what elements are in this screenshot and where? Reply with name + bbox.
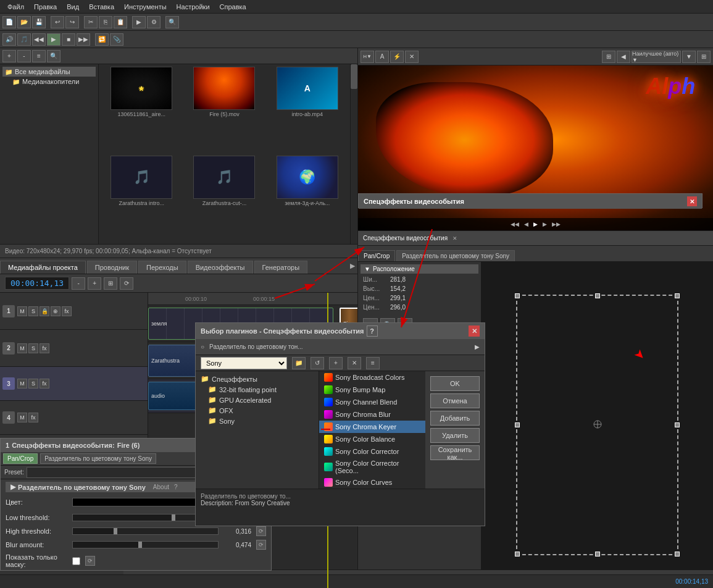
tc-solo-3[interactable]: S — [28, 379, 38, 388]
tb2-4[interactable]: ▶▶ — [77, 33, 90, 46]
prev-tb-6[interactable]: ▼ — [682, 51, 696, 63]
prev-tb-4[interactable]: ⊞ — [602, 51, 615, 63]
tab-scroll-arrow[interactable]: ▶ — [348, 258, 357, 274]
pd-effect-color-corrector-sec[interactable]: Sony Color Corrector (Seco... — [319, 458, 425, 476]
pd-folder-select[interactable]: Sony — [201, 357, 287, 369]
tb2-play[interactable]: ▶ — [47, 33, 60, 46]
tab-transitions[interactable]: Переходы — [138, 261, 186, 274]
effects-tab-pan[interactable]: Pan/Crop — [358, 250, 395, 261]
tc-fx-4[interactable]: fx — [28, 413, 38, 422]
media-thumb-2[interactable]: Fire (5).mov — [184, 67, 264, 153]
pc-handle-tm[interactable] — [595, 293, 600, 298]
pd-folder-btn-5[interactable]: ≡ — [366, 357, 380, 369]
pd-tree-ofx[interactable]: 📁 OFX — [198, 405, 316, 416]
tb-open[interactable]: 📂 — [17, 16, 31, 28]
tb-cut[interactable]: ✂ — [84, 16, 98, 28]
scrollbar-thumb[interactable] — [351, 64, 357, 89]
pc-handle-tr[interactable] — [675, 293, 680, 298]
be-checkbox-mask[interactable] — [72, 557, 80, 565]
menu-tools[interactable]: Инструменты — [119, 2, 172, 12]
pc-handle-tl[interactable] — [515, 293, 520, 298]
tc-mute-3[interactable]: M — [17, 379, 27, 388]
pd-tree-sony[interactable]: 📁 Sony — [198, 416, 316, 426]
tb-render2[interactable]: ⚙ — [147, 16, 161, 28]
prev-tb-7[interactable]: ⊞ — [697, 51, 711, 63]
pd-ok-btn[interactable]: OK — [430, 376, 480, 391]
tc-mute-2[interactable]: M — [17, 343, 27, 353]
pd-close-btn[interactable]: ✕ — [469, 326, 480, 337]
be-reset-blur[interactable]: ⟳ — [256, 540, 266, 550]
tb2-2[interactable]: 🎵 — [17, 33, 31, 46]
pd-cancel-btn[interactable]: Отмена — [430, 393, 480, 408]
tb-render[interactable]: ▶ — [132, 16, 146, 28]
pd-effect-chroma-keyer[interactable]: Sony Chroma Keyer — [319, 421, 425, 433]
tb-new[interactable]: 📄 — [2, 16, 16, 28]
prev-tb-2[interactable]: A — [375, 51, 389, 63]
pc-handle-br[interactable] — [675, 552, 680, 556]
effects-title-close[interactable]: ✕ — [452, 235, 457, 242]
tc-lock-1[interactable]: 🔒 — [40, 306, 49, 316]
be-tab-blend[interactable]: Разделитель по цветовому тону Sony — [40, 453, 156, 464]
pd-effect-color-corrector[interactable]: Sony Color Corrector — [319, 445, 425, 458]
pc-handle-ml[interactable] — [515, 422, 520, 427]
ml-add[interactable]: + — [2, 50, 16, 62]
tl-zoom-in[interactable]: + — [88, 277, 101, 290]
menu-insert[interactable]: Вставка — [84, 2, 119, 12]
tl-zoom-out[interactable]: - — [72, 277, 85, 290]
tc-fx-3[interactable]: fx — [40, 379, 49, 388]
pd-folder-btn-2[interactable]: ↺ — [311, 357, 324, 369]
tb2-1[interactable]: 🔊 — [2, 33, 16, 46]
prev-tb-5[interactable]: ◀ — [617, 51, 630, 63]
ml-view[interactable]: ≡ — [32, 50, 46, 62]
media-thumb-1[interactable]: 🌟 1306511861_aire... — [101, 67, 181, 153]
tc-mute-1[interactable]: M — [17, 306, 27, 316]
pd-tree-special-effects[interactable]: 📁 Спецэффекты — [198, 374, 316, 384]
pc-handle-bl[interactable] — [515, 552, 520, 556]
tb2-stop[interactable]: ■ — [62, 33, 75, 46]
pd-folder-btn-3[interactable]: + — [329, 357, 343, 369]
tree-drives[interactable]: 📁 Медианакопители — [2, 77, 96, 86]
ml-remove[interactable]: - — [17, 50, 31, 62]
tab-explorer[interactable]: Проводник — [87, 261, 137, 274]
pd-folder-btn-1[interactable]: 📁 — [292, 357, 306, 369]
prev-close[interactable]: ✕ — [405, 51, 419, 63]
menu-file[interactable]: Файл — [2, 2, 29, 12]
pd-tree-gpu[interactable]: 📁 GPU Accelerated — [198, 395, 316, 405]
tab-generators[interactable]: Генераторы — [254, 261, 308, 274]
pc-handle-mr[interactable] — [675, 422, 680, 427]
effects-tab-blend[interactable]: Разделитель по цветовому тону Sony — [396, 250, 515, 261]
media-thumb-6[interactable]: 🌍 земля-3д-и-Аль... — [267, 156, 348, 242]
be-slider-blur[interactable] — [72, 541, 219, 548]
pd-effect-bump[interactable]: Sony Bump Map — [319, 384, 425, 396]
tc-solo-1[interactable]: S — [28, 306, 38, 316]
pd-effect-chroma-blur[interactable]: Sony Chroma Blur — [319, 408, 425, 421]
prev-tb-3[interactable]: ⚡ — [390, 51, 404, 63]
ml-search[interactable]: 🔍 — [47, 50, 60, 62]
pd-effect-channel-blend[interactable]: Sony Channel Blend — [319, 396, 425, 408]
pd-effect-broadcast[interactable]: Sony Broadcast Colors — [319, 371, 425, 384]
pd-effect-color-curves[interactable]: Sony Color Curves — [319, 476, 425, 489]
pd-add-btn[interactable]: Добавить — [430, 411, 480, 426]
tb-zoom-in[interactable]: 🔍 — [165, 16, 179, 28]
tab-media[interactable]: Медиафайлы проекта — [0, 261, 86, 274]
tc-fx-2[interactable]: fx — [40, 343, 49, 353]
tb-undo[interactable]: ↩ — [51, 16, 64, 28]
be-reset-high[interactable]: ⟳ — [256, 526, 266, 536]
pd-remove-btn[interactable]: Удалить — [430, 428, 480, 443]
menu-edit[interactable]: Правка — [29, 2, 62, 12]
tc-mute-4[interactable]: M — [17, 413, 27, 422]
be-slider-high[interactable] — [72, 527, 219, 535]
media-thumb-5[interactable]: 🎵 Zarathustra-cut-... — [184, 156, 264, 242]
tb-paste[interactable]: 📋 — [114, 16, 127, 28]
tb-redo[interactable]: ↪ — [65, 16, 79, 28]
media-thumb-4[interactable]: 🎵 Zarathustra intro... — [101, 156, 181, 242]
tc-fx-1[interactable]: fx — [62, 306, 72, 316]
media-scrollbar[interactable] — [350, 64, 357, 244]
pd-folder-btn-4[interactable]: ✕ — [348, 357, 361, 369]
tb2-3[interactable]: ◀◀ — [32, 33, 46, 46]
be-tab-pan[interactable]: Pan/Crop — [3, 453, 38, 464]
menu-view[interactable]: Вид — [62, 2, 84, 12]
menu-settings[interactable]: Настройки — [172, 2, 215, 12]
tb2-5[interactable]: 📎 — [110, 33, 123, 46]
prev-tb-1[interactable]: Н▼ — [361, 51, 374, 63]
